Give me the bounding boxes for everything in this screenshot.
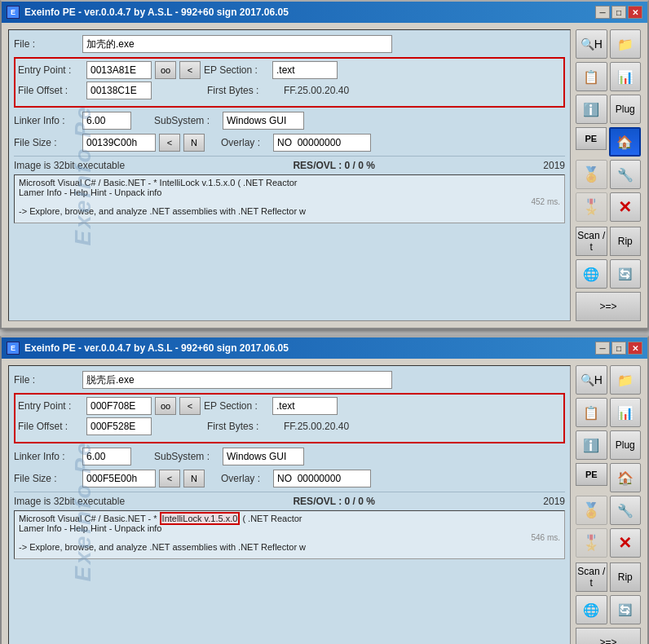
highlight-box-2: Entry Point : oo < EP Section : File Off… xyxy=(14,393,565,443)
linker-input-1[interactable] xyxy=(82,112,131,130)
entry-point-input-2[interactable] xyxy=(86,397,152,415)
window-body-1: Exeinfo Pe File : Entry Point : oo < EP … xyxy=(2,23,647,328)
btn-row6-1: 🎖️ ✕ xyxy=(576,192,641,222)
lt2-button-2[interactable]: < xyxy=(159,470,180,487)
globe-button-2[interactable]: 🌐 xyxy=(576,595,607,624)
cert-button-1[interactable]: 🏅 xyxy=(576,160,607,189)
main-panel-2: Exeinfo Pe File : Entry Point : oo < EP … xyxy=(8,365,571,644)
scan-rip-row-1: Scan / t Rip xyxy=(576,227,641,256)
info-line3-2: -> Explore, browse, and analyze .NET ass… xyxy=(19,542,560,552)
chart-button-1[interactable]: 📊 xyxy=(610,62,642,91)
medal-button-1[interactable]: 🎖️ xyxy=(576,192,607,222)
scan-button-1[interactable]: Scan / t xyxy=(576,227,607,256)
ep-section-label-1: EP Section : xyxy=(204,64,269,76)
search-h-button-1[interactable]: 🔍H xyxy=(576,29,607,59)
overlay-input-1[interactable] xyxy=(273,134,371,152)
window-title-2: Exeinfo PE - ver.0.0.4.7 by A.S.L - 992+… xyxy=(24,342,289,354)
maximize-button-2[interactable]: □ xyxy=(611,342,626,355)
redx-button-1[interactable]: ✕ xyxy=(610,192,642,222)
arrow-row-1: >=> xyxy=(576,292,641,321)
wrench-button-2[interactable]: 🔧 xyxy=(610,496,642,525)
subsystem-input-1[interactable] xyxy=(223,112,304,130)
file-offset-label-1: File Offset : xyxy=(18,85,83,96)
lt-button-1[interactable]: < xyxy=(179,61,201,79)
btn-row1-2: 🔍H 📁 xyxy=(576,365,641,395)
info-line2-1: Lamer Info - Help Hint - Unpack info xyxy=(19,187,560,197)
rip-button-1[interactable]: Rip xyxy=(610,227,642,256)
separator-1 xyxy=(14,156,565,157)
first-bytes-value-1: FF.25.00.20.40 xyxy=(284,85,349,96)
chart-button-2[interactable]: 📊 xyxy=(610,398,642,427)
medal-button-2[interactable]: 🎖️ xyxy=(576,528,607,558)
house-button-2[interactable]: 🏠 xyxy=(610,463,642,492)
info-line2-2: Lamer Info - Help Hint - Unpack info xyxy=(19,523,560,533)
rip-button-2[interactable]: Rip xyxy=(610,562,642,592)
plug-button-1[interactable]: Plug xyxy=(610,95,642,124)
cert-button-2[interactable]: 🏅 xyxy=(576,496,607,525)
folder-button-1[interactable]: 📁 xyxy=(610,29,642,59)
btn-row3-1: ℹ️ Plug xyxy=(576,95,641,124)
bottom-btns-2: 🌐 🔄 xyxy=(576,595,641,624)
file-offset-input-1[interactable] xyxy=(86,82,152,99)
btn-row4-1: PE 🏠 xyxy=(576,127,641,157)
info-button-1[interactable]: ℹ️ xyxy=(576,95,607,124)
lt2-button-1[interactable]: < xyxy=(159,134,180,152)
entry-point-input-1[interactable] xyxy=(86,61,152,79)
maximize-button-1[interactable]: □ xyxy=(611,6,626,19)
linker-input-2[interactable] xyxy=(82,448,131,465)
house-button-1[interactable]: 🏠 xyxy=(609,127,642,157)
window-1: E Exeinfo PE - ver.0.0.4.7 by A.S.L - 99… xyxy=(0,0,649,329)
filesize-input-1[interactable] xyxy=(82,134,156,152)
file-input-2[interactable] xyxy=(82,371,392,389)
first-bytes-label-2: First Bytes : xyxy=(207,421,280,432)
refresh-button-1[interactable]: 🔄 xyxy=(610,259,642,289)
info-highlight-2: IntelliLock v.1.5.x.0 xyxy=(160,512,241,525)
filesize-input-2[interactable] xyxy=(82,470,156,487)
close-button-2[interactable]: ✕ xyxy=(628,342,642,355)
file-offset-input-2[interactable] xyxy=(86,417,152,435)
info-button-2[interactable]: ℹ️ xyxy=(576,430,607,460)
scan-rip-row-2: Scan / t Rip xyxy=(576,562,641,592)
folder-button-2[interactable]: 📁 xyxy=(610,365,642,395)
btn-row3-2: ℹ️ Plug xyxy=(576,430,641,460)
oo-button-2[interactable]: oo xyxy=(155,397,176,415)
copy-button-2[interactable]: 📋 xyxy=(576,398,607,427)
main-panel-1: Exeinfo Pe File : Entry Point : oo < EP … xyxy=(8,29,571,321)
file-row-1: File : xyxy=(14,35,565,53)
side-panel-1: 🔍H 📁 📋 📊 ℹ️ Plug PE 🏠 xyxy=(576,29,641,321)
app-icon-1: E xyxy=(7,6,20,19)
app-icon-2: E xyxy=(7,342,20,355)
search-h-button-2[interactable]: 🔍H xyxy=(576,365,607,395)
overlay-input-2[interactable] xyxy=(273,470,371,487)
oo-button-1[interactable]: oo xyxy=(155,61,176,79)
wrench-button-1[interactable]: 🔧 xyxy=(610,160,642,189)
ep-section-input-1[interactable] xyxy=(272,61,338,79)
subsystem-input-2[interactable] xyxy=(223,448,304,465)
subsystem-label-1: SubSystem : xyxy=(154,115,219,126)
n-button-1[interactable]: N xyxy=(183,134,205,152)
globe-button-1[interactable]: 🌐 xyxy=(576,259,607,289)
n-button-2[interactable]: N xyxy=(183,470,205,487)
res-row-1: Image is 32bit executable RES/OVL : 0 / … xyxy=(14,160,565,171)
redx-button-2[interactable]: ✕ xyxy=(610,528,642,558)
minimize-button-1[interactable]: ─ xyxy=(595,6,610,19)
copy-button-1[interactable]: 📋 xyxy=(576,62,607,91)
ep-section-input-2[interactable] xyxy=(272,397,338,415)
file-input-1[interactable] xyxy=(82,35,392,53)
subsystem-label-2: SubSystem : xyxy=(154,451,219,462)
pe-button-1[interactable]: PE xyxy=(576,127,607,150)
pe-button-2[interactable]: PE xyxy=(576,463,607,486)
image-info-1: Image is 32bit executable xyxy=(14,160,125,171)
arrow-button-2[interactable]: >=> xyxy=(576,628,641,644)
linker-row-2: Linker Info : SubSystem : xyxy=(14,448,565,465)
overlay-label-1: Overlay : xyxy=(221,137,270,148)
scan-button-2[interactable]: Scan / t xyxy=(576,562,607,592)
res-row-2: Image is 32bit executable RES/OVL : 0 / … xyxy=(14,496,565,507)
entry-point-row-2: Entry Point : oo < EP Section : xyxy=(18,397,561,415)
minimize-button-2[interactable]: ─ xyxy=(595,342,610,355)
refresh-button-2[interactable]: 🔄 xyxy=(610,595,642,624)
lt-button-2[interactable]: < xyxy=(179,397,201,415)
arrow-button-1[interactable]: >=> xyxy=(576,292,641,321)
close-button-1[interactable]: ✕ xyxy=(628,6,642,19)
plug-button-2[interactable]: Plug xyxy=(610,430,642,460)
